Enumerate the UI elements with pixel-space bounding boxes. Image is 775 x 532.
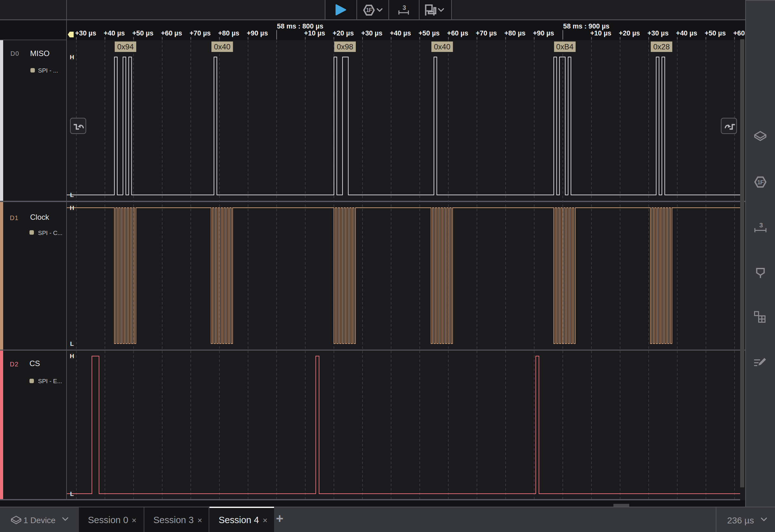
svg-text:+40 µs: +40 µs [390, 29, 411, 37]
svg-text:+40 µs: +40 µs [104, 29, 125, 37]
svg-text:H: H [70, 353, 74, 359]
svg-text:L: L [70, 340, 74, 347]
svg-text:+10 µs: +10 µs [590, 29, 612, 37]
svg-text:+90 µs: +90 µs [247, 29, 268, 37]
svg-text:L: L [70, 491, 74, 497]
svg-text:0xB4: 0xB4 [556, 42, 574, 51]
svg-text:+20 µs: +20 µs [333, 29, 354, 37]
svg-text:+90 µs: +90 µs [533, 29, 554, 37]
svg-text:+70 µs: +70 µs [189, 29, 211, 37]
svg-text:0x98: 0x98 [337, 42, 353, 51]
svg-text:0x40: 0x40 [214, 42, 230, 51]
svg-text:+10 µs: +10 µs [304, 29, 325, 37]
svg-text:+60 µs: +60 µs [447, 29, 468, 37]
svg-text:+40 µs: +40 µs [676, 29, 697, 37]
svg-text:0x40: 0x40 [434, 42, 450, 51]
svg-text:1F: 1F [757, 179, 764, 186]
svg-text:+50 µs: +50 µs [132, 29, 154, 37]
svg-text:0x94: 0x94 [117, 42, 134, 51]
svg-text:H: H [70, 205, 74, 211]
svg-text:+80 µs: +80 µs [505, 29, 526, 37]
svg-text:+30 µs: +30 µs [361, 29, 382, 37]
svg-text:+30 µs: +30 µs [647, 29, 669, 37]
svg-text:+50 µs: +50 µs [705, 29, 726, 37]
svg-text:+50 µs: +50 µs [419, 29, 440, 37]
svg-text:H: H [70, 54, 74, 60]
svg-text:+60 µs: +60 µs [161, 29, 182, 37]
svg-text:+80 µs: +80 µs [218, 29, 239, 37]
svg-text:L: L [70, 192, 74, 198]
svg-text:+70 µs: +70 µs [476, 29, 497, 37]
svg-text:+20 µs: +20 µs [619, 29, 640, 37]
svg-text:3: 3 [759, 221, 763, 229]
svg-text:58 ms : 900 µs: 58 ms : 900 µs [563, 22, 609, 30]
svg-text:58 ms : 800 µs: 58 ms : 800 µs [277, 22, 323, 30]
svg-text:0x28: 0x28 [653, 42, 670, 51]
svg-text:+30 µs: +30 µs [75, 29, 96, 37]
